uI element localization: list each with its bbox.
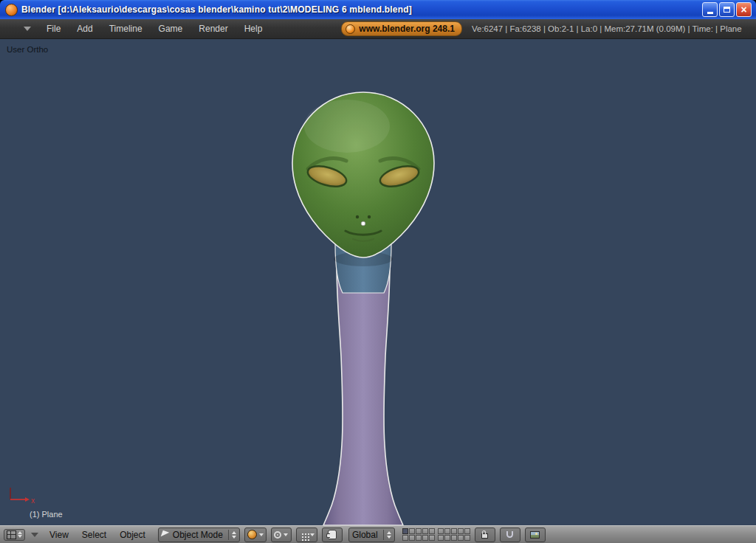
layer-toggle-9[interactable] bbox=[422, 535, 428, 541]
orientation-dropdown[interactable]: Global bbox=[348, 528, 395, 542]
nostril-right bbox=[368, 215, 371, 218]
layer-toggle-3[interactable] bbox=[416, 528, 422, 534]
active-object-label: (1) Plane bbox=[30, 510, 63, 519]
render-window-button[interactable] bbox=[525, 528, 546, 542]
axis-x-arrow bbox=[25, 497, 30, 502]
pivot-point-dropdown[interactable] bbox=[271, 528, 292, 542]
top-header: File Add Timeline Game Render Help www.b… bbox=[0, 19, 756, 39]
mode-dropdown[interactable]: Object Mode bbox=[158, 528, 240, 542]
hand-icon bbox=[328, 530, 337, 539]
window-title: Blender [d:\Aleksaurio\descargas\cosas b… bbox=[21, 4, 702, 15]
alien-model[interactable] bbox=[0, 39, 756, 525]
orientation-dropdown-label: Global bbox=[352, 530, 378, 540]
layer-toggle-16[interactable] bbox=[438, 535, 444, 541]
editor-updown-icon bbox=[18, 531, 22, 538]
window-controls: × bbox=[702, 2, 752, 17]
layer-toggle-20[interactable] bbox=[464, 535, 470, 541]
layer-group-2 bbox=[438, 528, 470, 541]
nostril-left bbox=[356, 215, 359, 218]
titlebar[interactable]: Blender [d:\Aleksaurio\descargas\cosas b… bbox=[0, 0, 756, 19]
layer-toggle-8[interactable] bbox=[416, 535, 422, 541]
layer-toggle-2[interactable] bbox=[409, 528, 415, 534]
lock-layers-button[interactable] bbox=[475, 528, 495, 542]
layer-toggle-19[interactable] bbox=[458, 535, 464, 541]
menu-add[interactable]: Add bbox=[69, 24, 100, 34]
blender-org-label: www.blender.org 248.1 bbox=[359, 24, 455, 34]
close-button[interactable]: × bbox=[736, 2, 752, 17]
cursor-dot bbox=[361, 221, 365, 226]
viewport-3d[interactable]: User Ortho x (1) Plane bbox=[0, 39, 756, 525]
viewport-header: View Select Object Object Mode Global bbox=[0, 525, 756, 543]
manipulator-dots-icon bbox=[302, 533, 303, 535]
crown-highlight bbox=[304, 100, 390, 153]
layer-toggle-6[interactable] bbox=[402, 535, 408, 541]
dropdown-mini-arrow-icon bbox=[284, 533, 288, 536]
scene-stats: Ve:6247 | Fa:6238 | Ob:2-1 | La:0 | Mem:… bbox=[472, 24, 742, 33]
blender-app-icon bbox=[5, 4, 18, 16]
dropdown-arrows-icon bbox=[228, 530, 236, 540]
layer-toggle-15[interactable] bbox=[464, 528, 470, 534]
render-picture-icon bbox=[530, 531, 540, 539]
blender-window: Blender [d:\Aleksaurio\descargas\cosas b… bbox=[0, 0, 756, 543]
maximize-icon bbox=[724, 7, 730, 13]
layer-toggle-17[interactable] bbox=[444, 535, 450, 541]
viewport-shading-dropdown[interactable] bbox=[244, 528, 267, 542]
layer-toggle-13[interactable] bbox=[451, 528, 457, 534]
snap-button[interactable] bbox=[500, 528, 520, 542]
dropdown-arrows-icon bbox=[383, 530, 391, 540]
menu-timeline[interactable]: Timeline bbox=[101, 24, 151, 34]
layer-toggle-11[interactable] bbox=[438, 528, 444, 534]
dropdown-mini-arrow-icon bbox=[259, 533, 264, 536]
menu-render[interactable]: Render bbox=[190, 24, 236, 34]
layer-toggle-10[interactable] bbox=[429, 535, 435, 541]
layer-toggle-1[interactable] bbox=[402, 528, 408, 534]
pivot-circle-icon bbox=[274, 531, 281, 539]
manipulator-dropdown[interactable] bbox=[296, 528, 317, 542]
shading-ball-icon bbox=[247, 530, 257, 539]
layer-toggle-12[interactable] bbox=[444, 528, 450, 534]
object-mode-icon bbox=[161, 530, 170, 539]
alien-neck bbox=[323, 255, 403, 525]
axis-gizmo: x bbox=[4, 482, 38, 511]
mode-dropdown-label: Object Mode bbox=[173, 530, 223, 540]
lock-icon bbox=[481, 533, 488, 539]
minimize-button[interactable] bbox=[702, 2, 718, 17]
menu-object[interactable]: Object bbox=[113, 530, 152, 540]
layer-toggle-14[interactable] bbox=[458, 528, 464, 534]
view-mode-label: User Ortho bbox=[7, 45, 48, 54]
menu-file[interactable]: File bbox=[38, 24, 69, 34]
menu-select[interactable]: Select bbox=[75, 530, 113, 540]
3d-view-editor-icon bbox=[7, 530, 16, 539]
dropdown-mini-arrow-icon bbox=[310, 533, 315, 536]
layer-toggle-5[interactable] bbox=[429, 528, 435, 534]
menu-game[interactable]: Game bbox=[151, 24, 191, 34]
layer-group-1 bbox=[402, 528, 435, 541]
menu-view[interactable]: View bbox=[43, 530, 75, 540]
layer-toggle-4[interactable] bbox=[422, 528, 428, 534]
manipulator-hand-button[interactable] bbox=[322, 528, 343, 542]
blender-org-icon bbox=[346, 24, 355, 34]
minimize-icon bbox=[707, 12, 713, 14]
layer-toggle-18[interactable] bbox=[451, 535, 457, 541]
maximize-button[interactable] bbox=[719, 2, 735, 17]
viewport-header-collapse-icon[interactable] bbox=[31, 533, 38, 537]
axis-x-label: x bbox=[31, 497, 35, 505]
menu-help[interactable]: Help bbox=[236, 24, 271, 34]
layer-toggle-7[interactable] bbox=[409, 535, 415, 541]
editor-type-button[interactable] bbox=[4, 529, 25, 541]
magnet-icon bbox=[506, 531, 513, 538]
blender-org-badge[interactable]: www.blender.org 248.1 bbox=[341, 21, 462, 36]
header-collapse-icon[interactable] bbox=[24, 27, 31, 31]
